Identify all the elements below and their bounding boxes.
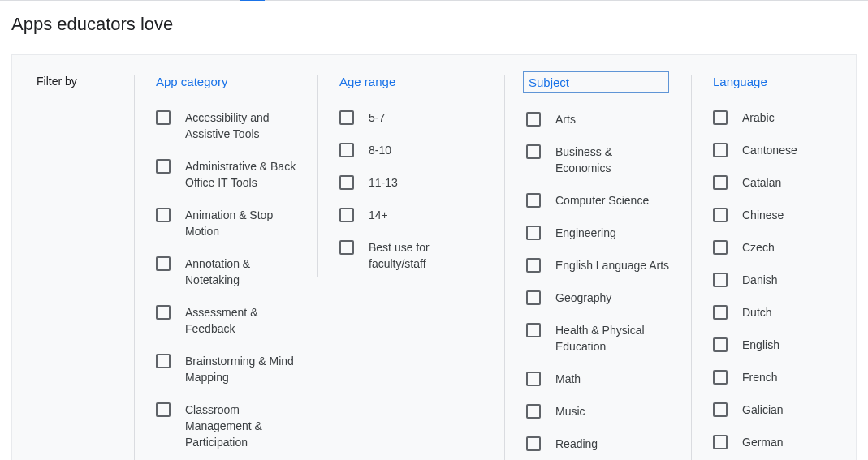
filter-option[interactable]: Brainstorming & Mind Mapping [156,353,296,385]
checkbox-icon[interactable] [713,402,728,417]
filter-option[interactable]: French [713,369,840,385]
filter-option[interactable]: Math [526,371,670,387]
filter-option[interactable]: Annotation & Notetaking [156,256,296,288]
checkbox-icon[interactable] [526,258,541,273]
checkbox-icon[interactable] [713,208,728,222]
checkbox-icon[interactable] [526,112,541,127]
checkbox-icon[interactable] [156,256,171,271]
filter-option-label: Computer Science [555,192,649,209]
filter-option[interactable]: Danish [713,272,840,288]
filter-option-label: Danish [742,272,778,288]
filter-option[interactable]: Galician [713,402,840,418]
checkbox-icon[interactable] [713,143,728,157]
filter-option[interactable]: Czech [713,239,840,256]
filter-option[interactable]: 14+ [339,207,483,223]
filter-option[interactable]: Engineering [526,225,670,241]
filter-option[interactable]: Music [526,403,670,419]
active-tab-indicator [240,0,265,1]
page-title: Apps educators love [0,1,868,54]
checkbox-icon[interactable] [713,273,728,287]
filter-option[interactable]: Arts [526,111,670,127]
filter-option-label: Accessibility and Assistive Tools [185,110,296,142]
checkbox-icon[interactable] [526,226,541,240]
filter-option-label: English [742,337,779,353]
filter-option[interactable]: Animation & Stop Motion [156,207,296,239]
filter-column-app-category: App category Accessibility and Assistive… [134,75,317,460]
app-category-options: Accessibility and Assistive ToolsAdminis… [156,110,296,460]
checkbox-icon[interactable] [156,110,171,125]
checkbox-icon[interactable] [713,370,728,385]
filter-option[interactable]: Reading [526,436,670,452]
filter-option-label: 8-10 [369,142,391,158]
filter-option-label: Catalan [742,174,781,191]
filter-option[interactable]: Dutch [713,304,840,320]
filter-option-label: Business & Economics [555,144,670,176]
checkbox-icon[interactable] [713,175,728,190]
filter-option[interactable]: Administrative & Back Office IT Tools [156,158,296,191]
checkbox-icon[interactable] [339,143,354,157]
filter-option[interactable]: Computer Science [526,192,670,209]
filter-option[interactable]: Catalan [713,174,840,191]
checkbox-icon[interactable] [526,404,541,419]
checkbox-icon[interactable] [339,240,354,255]
checkbox-icon[interactable] [526,436,541,451]
filter-option-label: Administrative & Back Office IT Tools [185,158,296,191]
checkbox-icon[interactable] [713,435,728,449]
filter-option-label: Dutch [742,304,772,320]
filter-option[interactable]: Classroom Management & Participation [156,402,296,450]
filter-option[interactable]: Health & Physical Education [526,322,670,355]
checkbox-icon[interactable] [156,208,171,222]
filter-option-label: 11-13 [369,174,398,191]
filter-column-subject: Subject ArtsBusiness & EconomicsComputer… [504,75,691,460]
filter-option[interactable]: 11-13 [339,174,483,191]
checkbox-icon[interactable] [526,323,541,337]
checkbox-icon[interactable] [156,159,171,174]
filter-option-label: Classroom Management & Participation [185,402,296,450]
filter-option-label: Reading [555,436,598,452]
checkbox-icon[interactable] [713,110,728,125]
filter-option[interactable]: Business & Economics [526,144,670,176]
age-range-options: 5-78-1011-1314+Best use for faculty/staf… [339,110,483,272]
filter-option-label: Cantonese [742,142,797,158]
filter-option-label: French [742,369,778,385]
filter-option-label: Best use for faculty/staff [369,239,483,272]
filter-by-column: Filter by [12,75,134,460]
checkbox-icon[interactable] [339,208,354,222]
checkbox-icon[interactable] [339,175,354,190]
language-header: Language [713,75,840,88]
app-category-header: App category [156,75,296,88]
checkbox-icon[interactable] [156,402,171,417]
checkbox-icon[interactable] [713,337,728,352]
filter-option-label: Math [555,371,581,387]
checkbox-icon[interactable] [526,193,541,208]
checkbox-icon[interactable] [339,110,354,125]
filter-by-label: Filter by [37,75,134,88]
checkbox-icon[interactable] [526,290,541,305]
filter-option[interactable]: Best use for faculty/staff [339,239,483,272]
filter-option-label: Health & Physical Education [555,322,670,355]
filter-option[interactable]: Chinese [713,207,840,223]
filter-option[interactable]: English [713,337,840,353]
language-options: ArabicCantoneseCatalanChineseCzechDanish… [713,110,840,450]
filter-option-label: Arabic [742,110,775,126]
filter-option[interactable]: Accessibility and Assistive Tools [156,110,296,142]
checkbox-icon[interactable] [526,372,541,386]
filter-option[interactable]: 8-10 [339,142,483,158]
checkbox-icon[interactable] [713,305,728,320]
subject-header[interactable]: Subject [523,71,669,93]
checkbox-icon[interactable] [526,144,541,159]
filter-option[interactable]: 5-7 [339,110,483,126]
checkbox-icon[interactable] [156,305,171,320]
subject-options: ArtsBusiness & EconomicsComputer Science… [526,111,670,452]
checkbox-icon[interactable] [713,240,728,255]
filter-column-language: Language ArabicCantoneseCatalanChineseCz… [691,75,862,460]
filter-option[interactable]: Assessment & Feedback [156,304,296,337]
filter-option-label: German [742,434,784,450]
filter-option[interactable]: Arabic [713,110,840,126]
filter-panel: Filter by App category Accessibility and… [11,54,857,460]
filter-option[interactable]: Geography [526,290,670,306]
filter-option[interactable]: German [713,434,840,450]
checkbox-icon[interactable] [156,354,171,368]
filter-option[interactable]: Cantonese [713,142,840,158]
filter-option[interactable]: English Language Arts [526,257,670,273]
